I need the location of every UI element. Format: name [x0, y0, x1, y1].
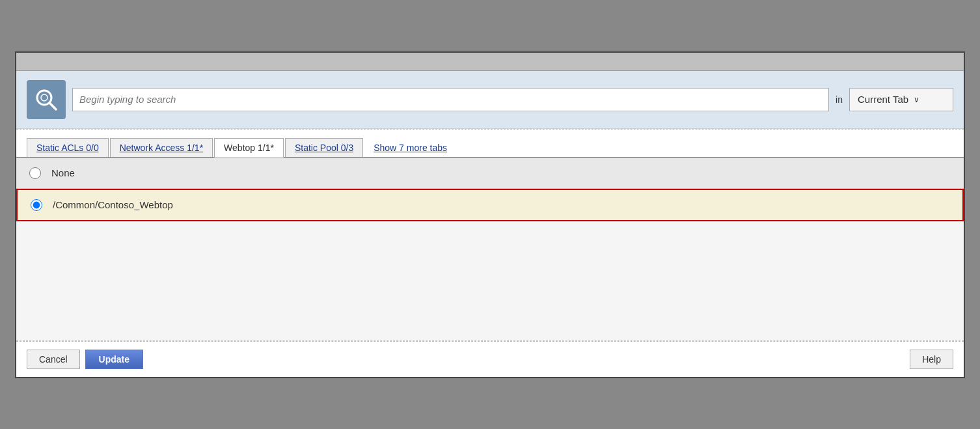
scope-label: Current Tab [858, 94, 908, 105]
tab-webtop[interactable]: Webtop 1/1* [214, 138, 284, 158]
footer: Cancel Update Help [16, 341, 964, 377]
tabs-area: Static ACLs 0/0 Network Access 1/1* Webt… [16, 130, 964, 158]
none-radio[interactable] [29, 167, 41, 179]
show-more-tabs[interactable]: Show 7 more tabs [364, 139, 456, 157]
dialog: in Current Tab ∨ Static ACLs 0/0 Network… [15, 51, 965, 378]
none-label: None [51, 167, 75, 178]
content-area: None /Common/Contoso_Webtop [16, 158, 964, 340]
webtop-radio[interactable] [31, 199, 42, 211]
tab-static-acls[interactable]: Static ACLs 0/0 [27, 138, 109, 157]
webtop-entry-row: /Common/Contoso_Webtop [16, 189, 964, 221]
in-label: in [836, 94, 843, 105]
svg-line-1 [49, 103, 56, 109]
svg-point-2 [41, 94, 48, 101]
tab-static-pool[interactable]: Static Pool 0/3 [285, 138, 363, 157]
title-bar [16, 53, 964, 71]
search-bar: in Current Tab ∨ [16, 71, 964, 129]
spacer [16, 221, 964, 286]
search-input[interactable] [72, 88, 829, 111]
webtop-entry-label: /Common/Contoso_Webtop [53, 199, 173, 210]
help-button[interactable]: Help [910, 350, 953, 369]
scope-dropdown[interactable]: Current Tab ∨ [849, 88, 953, 111]
none-option-row: None [16, 158, 964, 189]
search-icon-box [27, 80, 66, 119]
tab-network-access[interactable]: Network Access 1/1* [110, 138, 213, 157]
search-icon [34, 87, 59, 112]
cancel-button[interactable]: Cancel [27, 350, 80, 369]
update-button[interactable]: Update [85, 350, 143, 369]
chevron-down-icon: ∨ [914, 95, 919, 104]
